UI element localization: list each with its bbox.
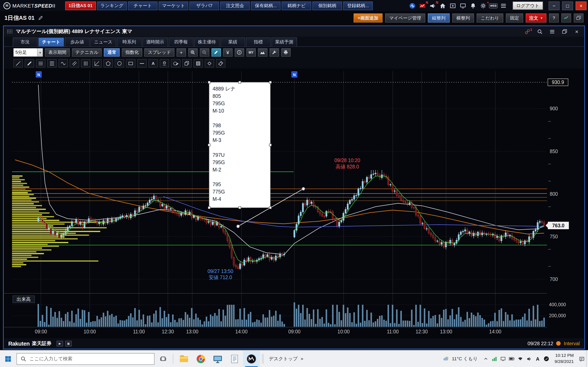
tray-chart-icon[interactable]	[490, 350, 499, 367]
ellipse-tool[interactable]	[115, 59, 124, 67]
price-lines-tool[interactable]	[47, 59, 57, 67]
kodawari-button[interactable]: こだわり	[476, 13, 503, 22]
window-tab-業績予測[interactable]: 業績予測	[271, 38, 297, 47]
popout-icon[interactable]	[560, 27, 569, 35]
marketspeed-icon[interactable]	[243, 350, 260, 367]
close-window-icon[interactable]: ×	[572, 27, 581, 35]
action-center-icon[interactable]	[578, 350, 586, 367]
selection-handle[interactable]	[269, 81, 272, 83]
volume-icon[interactable]	[525, 350, 533, 367]
window-title-bar[interactable]: マルチツール(個別銘柄) 4889 レナサイエンス 東マ 1 ×	[4, 26, 584, 37]
tray-expand-icon[interactable]	[481, 350, 490, 367]
chrome-icon[interactable]	[192, 350, 209, 367]
chart-area[interactable]: 400,000200,000930.9900850800750700763.00…	[4, 68, 584, 338]
start-button[interactable]	[1, 350, 16, 367]
app-tab[interactable]: 注文照会	[220, 1, 250, 10]
wave-tool[interactable]	[59, 59, 68, 67]
app-tab[interactable]: チャート	[128, 1, 158, 10]
maximize-button[interactable]: □	[562, 1, 573, 10]
panel-toggle-button[interactable]: ▣	[65, 341, 72, 346]
tile-horizontal-button[interactable]: 横整列	[452, 13, 474, 22]
app-tab[interactable]: ランキング	[97, 1, 127, 10]
trendline-tool[interactable]	[13, 59, 23, 67]
gear-icon[interactable]: +	[479, 1, 487, 9]
selection-handle[interactable]	[208, 144, 210, 146]
window-tab-指標[interactable]: 指標	[246, 38, 270, 47]
window-tab-時系列[interactable]: 時系列	[117, 38, 141, 47]
task-view-button[interactable]	[156, 350, 171, 367]
settings-wrench-button[interactable]	[269, 48, 279, 57]
display-icon[interactable]	[459, 1, 467, 9]
chart-alert-icon[interactable]: N	[418, 1, 426, 9]
selection-handle[interactable]	[269, 144, 272, 146]
menu-icon[interactable]	[499, 1, 508, 9]
add-screen-button[interactable]: +画面追加	[354, 13, 382, 22]
window-tab-ニュース[interactable]: ニュース	[90, 38, 116, 47]
window-menu-icon[interactable]	[548, 27, 557, 35]
angle-lines-tool[interactable]	[92, 59, 102, 67]
show-desktop-button[interactable]	[586, 350, 588, 367]
cascade-windows-button[interactable]	[574, 13, 584, 22]
currency-button[interactable]: ¥	[223, 48, 233, 57]
mountain-chart-button[interactable]	[258, 48, 267, 57]
duplicate-tool[interactable]	[182, 59, 192, 67]
order-button[interactable]: 注文▼	[526, 13, 546, 22]
web-icon[interactable]: WEB	[489, 1, 497, 9]
app-tab[interactable]: 銘柄ナビ	[282, 1, 311, 10]
announcement-icon[interactable]: N	[429, 1, 437, 9]
add-window-icon[interactable]	[449, 1, 457, 9]
fill-area-tool[interactable]	[194, 59, 203, 67]
clear-all-tool[interactable]	[216, 59, 225, 67]
indexed-mode-button[interactable]: 指数化	[122, 48, 142, 57]
app-tab[interactable]: 個別銘柄	[312, 1, 342, 10]
tray-display-icon[interactable]	[499, 350, 507, 367]
zoom-in-button[interactable]	[188, 48, 198, 57]
my-chart-button[interactable]: MY	[246, 48, 256, 57]
close-app-button[interactable]: ×	[576, 1, 586, 10]
taskbar-search-input[interactable]: ここに入力して検索	[17, 353, 155, 365]
info-button[interactable]	[234, 48, 244, 57]
tile-vertical-button[interactable]: 縦整列	[428, 13, 450, 22]
app-tab[interactable]: 1日信AS 01	[65, 1, 96, 10]
pentagon-tool[interactable]	[104, 59, 113, 67]
marker-tool[interactable]	[25, 59, 34, 67]
price-chart[interactable]: 400,000200,000930.9900850800750700763.00…	[4, 68, 584, 338]
ime-language-button[interactable]: A	[533, 356, 542, 362]
drag-grip-icon[interactable]	[7, 29, 12, 34]
chevrons-icon[interactable]: »	[301, 356, 303, 361]
horizontal-line-tool[interactable]	[137, 59, 147, 67]
window-tab-歩み値[interactable]: 歩み値	[65, 38, 89, 47]
trend-line-handle[interactable]	[302, 187, 305, 190]
app-tab[interactable]: 登録銘柄...	[343, 1, 373, 10]
print-button[interactable]	[281, 48, 291, 57]
selection-handle[interactable]	[208, 81, 210, 83]
notepad-icon[interactable]	[226, 350, 243, 367]
battery-icon[interactable]	[507, 350, 516, 367]
window-tab-四季報[interactable]: 四季報	[169, 38, 193, 47]
logout-button[interactable]: ログアウト	[512, 1, 543, 9]
window-tab-チャート[interactable]: チャート	[38, 38, 64, 47]
app-tab[interactable]: ザラバ7	[190, 1, 219, 10]
mypage-manage-button[interactable]: マイページ管理	[385, 13, 425, 22]
desktop-toolbar[interactable]: デスクトップ»	[266, 356, 306, 362]
rectangle-tool[interactable]	[126, 59, 135, 67]
edit-workspace-icon[interactable]	[37, 14, 45, 22]
app-tab[interactable]: 保有銘柄...	[251, 1, 281, 10]
timeframe-select[interactable]: 5分足▼	[13, 48, 43, 57]
eraser-tool[interactable]	[205, 59, 214, 67]
display-period-button[interactable]: 表示期間	[45, 48, 70, 57]
minimize-button[interactable]: −	[549, 1, 559, 10]
app-tab[interactable]: マーケット	[159, 1, 188, 10]
technical-button[interactable]: テクニカル	[72, 48, 102, 57]
selection-handle[interactable]	[239, 81, 241, 83]
crosshair-button[interactable]: +	[177, 48, 186, 57]
pulse-icon[interactable]	[408, 1, 416, 9]
search-icon[interactable]	[535, 27, 544, 35]
text-tool[interactable]: A	[148, 59, 158, 67]
link-icon[interactable]: 1	[523, 27, 532, 35]
weather-widget[interactable]: 11°C くもり	[439, 355, 481, 362]
help-button[interactable]: ?	[549, 13, 559, 22]
window-tab-市況[interactable]: 市況	[13, 38, 37, 47]
horizontal-grid-tool[interactable]	[36, 59, 45, 67]
vertical-lines-tool[interactable]	[81, 59, 90, 67]
